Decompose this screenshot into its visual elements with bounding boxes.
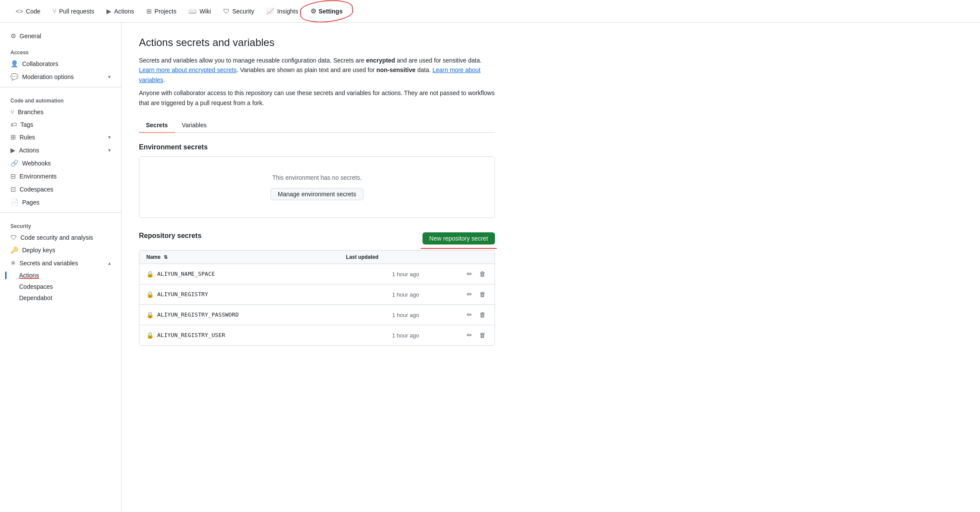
page-layout: ⚙ General Access 👤 Collaborators 💬 Moder… [0, 23, 980, 512]
actions-nav-icon: ▶ [10, 146, 16, 154]
repo-secrets-header: Repository secrets New repository secret [139, 232, 495, 245]
secret-name-text: ALIYUN_REGISTRY [157, 291, 208, 297]
chevron-down-icon: ▾ [108, 147, 111, 153]
actions-column-header [426, 251, 495, 264]
nav-actions[interactable]: ▶ Actions [101, 4, 139, 19]
nav-settings[interactable]: ⚙ Settings [305, 4, 348, 19]
edit-button[interactable]: ✏ [465, 289, 474, 300]
sidebar-item-rules[interactable]: ⊞ Rules ▾ [0, 131, 121, 144]
name-column-header: Name ⇅ [139, 251, 339, 264]
description-paragraph: Secrets and variables allow you to manag… [139, 56, 495, 85]
edit-button[interactable]: ✏ [465, 309, 474, 320]
environments-icon: ⊟ [10, 172, 16, 180]
nav-code[interactable]: <> Code [10, 4, 46, 18]
environment-secrets-box: This environment has no secrets. Manage … [139, 156, 495, 218]
sidebar-sub-item-actions[interactable]: Actions [0, 270, 121, 281]
table-row: 🔒 ALIYUN_REGISTRY_USER 1 hour ago ✏ 🗑 [139, 325, 495, 345]
sidebar-item-webhooks[interactable]: 🔗 Webhooks [0, 157, 121, 170]
actions-cell: ✏ 🗑 [426, 284, 495, 305]
new-repository-secret-button[interactable]: New repository secret [422, 232, 495, 244]
nav-projects[interactable]: ⊞ Projects [141, 4, 182, 19]
sidebar-item-actions[interactable]: ▶ Actions ▾ [0, 144, 121, 157]
gear-icon: ⚙ [10, 32, 16, 40]
delete-button[interactable]: 🗑 [478, 309, 488, 320]
sort-icon: ⇅ [164, 254, 168, 260]
repo-secrets-title: Repository secrets [139, 232, 201, 240]
edit-button[interactable]: ✏ [465, 330, 474, 341]
tab-variables[interactable]: Variables [175, 118, 214, 133]
time-text: 1 hour ago [392, 332, 419, 339]
branch-icon: ⑂ [10, 108, 14, 116]
sidebar-item-branches[interactable]: ⑂ Branches [0, 106, 121, 118]
access-section-label: Access [0, 43, 121, 57]
table-row: 🔒 ALIYUN_REGISTRY 1 hour ago ✏ 🗑 [139, 284, 495, 305]
sidebar-item-general[interactable]: ⚙ General [0, 30, 121, 43]
shield-icon: 🛡 [10, 234, 17, 241]
sidebar-sub-item-dependabot[interactable]: Dependabot [0, 292, 121, 304]
sidebar-item-pages[interactable]: 📄 Pages [0, 196, 121, 209]
table-row: 🔒 ALIYUN_REGISTRY_PASSWORD 1 hour ago ✏ … [139, 305, 495, 325]
last-updated-cell: 1 hour ago [339, 284, 426, 305]
rules-icon: ⊞ [10, 133, 16, 141]
time-text: 1 hour ago [392, 312, 419, 318]
wiki-icon: 📖 [188, 7, 197, 15]
sidebar-item-moderation[interactable]: 💬 Moderation options ▾ [0, 70, 121, 83]
sidebar-item-codespaces[interactable]: ⊡ Codespaces [0, 183, 121, 196]
nav-security[interactable]: 🛡 Security [218, 4, 260, 18]
secret-name-cell: 🔒 ALIYUN_NAME_SPACE [139, 264, 339, 284]
security-section-label: Security [0, 216, 121, 231]
nav-wiki[interactable]: 📖 Wiki [183, 4, 216, 19]
sidebar-item-code-security[interactable]: 🛡 Code security and analysis [0, 231, 121, 244]
code-icon: <> [16, 7, 23, 15]
security-icon: 🛡 [223, 7, 230, 15]
sidebar: ⚙ General Access 👤 Collaborators 💬 Moder… [0, 23, 122, 512]
codespaces-icon: ⊡ [10, 185, 16, 193]
last-updated-cell: 1 hour ago [339, 305, 426, 325]
last-updated-column-header: Last updated [339, 251, 426, 264]
nav-insights[interactable]: 📈 Insights [261, 4, 303, 19]
sidebar-item-secrets-and-variables[interactable]: ✳ Secrets and variables ▴ [0, 257, 121, 270]
lock-icon: 🔒 [146, 271, 154, 277]
actions-cell: ✏ 🗑 [426, 325, 495, 345]
delete-button[interactable]: 🗑 [478, 289, 488, 300]
tab-secrets[interactable]: Secrets [139, 118, 175, 133]
actions-cell: ✏ 🗑 [426, 264, 495, 284]
sidebar-item-environments[interactable]: ⊟ Environments [0, 170, 121, 183]
nav-pull-requests[interactable]: ⑂ Pull requests [47, 4, 99, 18]
environment-secrets-title: Environment secrets [139, 143, 495, 151]
delete-button[interactable]: 🗑 [478, 330, 488, 341]
tag-icon: 🏷 [10, 121, 17, 128]
table-row: 🔒 ALIYUN_NAME_SPACE 1 hour ago ✏ 🗑 [139, 264, 495, 284]
sidebar-divider [0, 87, 121, 87]
pages-icon: 📄 [10, 198, 19, 206]
code-automation-section-label: Code and automation [0, 91, 121, 106]
page-title: Actions secrets and variables [139, 36, 495, 49]
time-text: 1 hour ago [392, 271, 419, 277]
moderation-icon: 💬 [10, 73, 19, 81]
sidebar-item-deploy-keys[interactable]: 🔑 Deploy keys [0, 244, 121, 257]
main-content: Actions secrets and variables Secrets an… [122, 23, 512, 512]
sidebar-item-collaborators[interactable]: 👤 Collaborators [0, 57, 121, 70]
settings-icon: ⚙ [310, 7, 316, 15]
sidebar-sub-item-codespaces[interactable]: Codespaces [0, 281, 121, 292]
actions-cell: ✏ 🗑 [426, 305, 495, 325]
last-updated-cell: 1 hour ago [339, 264, 426, 284]
edit-button[interactable]: ✏ [465, 268, 474, 280]
chevron-down-icon: ▾ [108, 74, 111, 80]
lock-icon: 🔒 [146, 332, 154, 339]
sidebar-item-tags[interactable]: 🏷 Tags [0, 118, 121, 131]
tabs: Secrets Variables [139, 118, 495, 133]
secret-name-text: ALIYUN_NAME_SPACE [157, 271, 215, 277]
chevron-up-icon: ▴ [108, 260, 111, 266]
lock-icon: 🔒 [146, 291, 154, 298]
delete-button[interactable]: 🗑 [478, 268, 488, 280]
secret-name-text: ALIYUN_REGISTRY_PASSWORD [157, 311, 239, 318]
secrets-table: Name ⇅ Last updated 🔒 ALIYUN_NAME_SPACE … [139, 250, 495, 346]
secret-name-cell: 🔒 ALIYUN_REGISTRY_USER [139, 325, 339, 345]
secret-name-text: ALIYUN_REGISTRY_USER [157, 332, 225, 338]
sub-description: Anyone with collaborator access to this … [139, 88, 495, 108]
last-updated-cell: 1 hour ago [339, 325, 426, 345]
manage-environment-secrets-button[interactable]: Manage environment secrets [271, 188, 364, 200]
learn-more-secrets-link[interactable]: Learn more about encrypted secrets [139, 66, 237, 73]
secrets-icon: ✳ [10, 259, 16, 267]
